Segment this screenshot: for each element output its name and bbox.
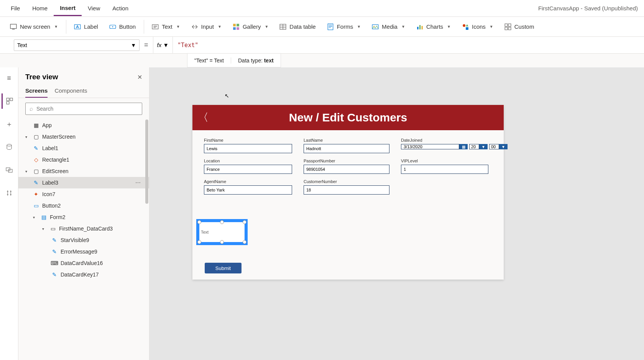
text-icon (152, 23, 159, 30)
resize-handle[interactable] (243, 240, 246, 244)
button-button[interactable]: Button (104, 20, 141, 34)
rail-advanced[interactable] (2, 185, 17, 201)
collapse-icon[interactable]: ▾ (25, 169, 30, 173)
menu-action[interactable]: Action (106, 1, 135, 15)
resize-handle[interactable] (197, 220, 201, 224)
tree-node-masterscreen[interactable]: ▾▢MasterScreen (18, 131, 149, 142)
app-icon: ▦ (33, 122, 39, 128)
tree-node-form2[interactable]: ▾▤Form2 (18, 211, 149, 223)
resize-handle[interactable] (220, 220, 224, 224)
firstname-field[interactable] (204, 144, 292, 153)
tree-node-firstname-datacard[interactable]: ▾▭FirstName_DataCard3 (18, 223, 149, 234)
chevron-down-icon: ▼ (447, 25, 451, 29)
calendar-icon[interactable]: ▦ (459, 144, 468, 149)
resize-handle[interactable] (220, 240, 224, 244)
close-icon[interactable]: ✕ (137, 74, 142, 81)
tree-node-datacardkey[interactable]: ✎DataCardKey17 (18, 269, 149, 280)
rail-data[interactable] (2, 139, 17, 155)
rail-tree-view[interactable] (2, 93, 17, 109)
agent-field[interactable] (204, 185, 292, 195)
scrollbar-thumb[interactable] (145, 119, 148, 204)
screen-icon (10, 23, 17, 30)
vip-field[interactable] (401, 165, 488, 174)
collapse-icon[interactable]: ▾ (42, 227, 47, 231)
selected-label-control[interactable]: Text (196, 219, 248, 245)
new-screen-button[interactable]: New screen▼ (5, 20, 64, 34)
collapse-icon[interactable]: ▾ (25, 135, 30, 139)
svg-rect-22 (508, 27, 511, 30)
chevron-down-icon: ▼ (490, 25, 493, 29)
charts-dropdown[interactable]: Charts▼ (411, 20, 457, 34)
svg-rect-6 (233, 24, 236, 26)
rectangle-icon: ◇ (33, 157, 39, 163)
lastname-field[interactable] (304, 144, 389, 153)
forms-dropdown[interactable]: Forms▼ (322, 20, 366, 34)
tree-node-label1[interactable]: ✎Label1 (18, 142, 149, 154)
tree-node-editscreen[interactable]: ▾▢EditScreen (18, 165, 149, 177)
tree-node-label3[interactable]: ✎Label3⋯ (18, 177, 149, 188)
datejoined-field[interactable] (401, 144, 459, 149)
equals-sign: = (140, 41, 153, 49)
svg-rect-20 (508, 24, 511, 26)
rail-insert[interactable]: ＋ (2, 116, 17, 132)
tree-search[interactable]: ⌕ (25, 103, 142, 115)
rail-media[interactable] (2, 162, 17, 178)
label-button[interactable]: Label (69, 20, 104, 34)
cursor-icon: ↖ (225, 93, 229, 99)
label-icon: ✎ (51, 249, 58, 255)
menu-file[interactable]: File (5, 1, 26, 15)
datejoined-label: DateJoined (401, 138, 488, 142)
label-icon: ✎ (33, 180, 39, 186)
tab-components[interactable]: Components (54, 84, 87, 98)
menu-view[interactable]: View (82, 1, 106, 15)
custnum-field[interactable] (304, 185, 389, 195)
chevron-down-icon: ▼ (163, 42, 169, 48)
tree-node-datacardvalue[interactable]: ⌨DataCardValue16 (18, 257, 149, 269)
back-icon[interactable]: 〈 (192, 110, 214, 125)
tab-screens[interactable]: Screens (25, 84, 48, 98)
property-selector[interactable]: Text ▼ (14, 39, 140, 51)
resize-handle[interactable] (197, 240, 201, 244)
tree-node-rectangle1[interactable]: ◇Rectangle1 (18, 154, 149, 165)
button-icon (109, 23, 116, 30)
icons-dropdown[interactable]: Icons▼ (457, 20, 499, 34)
selected-label-text: Text (201, 230, 209, 234)
chevron-down-icon[interactable]: ▼ (479, 144, 488, 149)
text-dropdown[interactable]: Text▼ (146, 20, 186, 34)
resize-handle[interactable] (243, 220, 246, 224)
submit-button[interactable]: Submit (205, 263, 242, 273)
svg-rect-19 (505, 24, 508, 26)
media-dropdown[interactable]: Media▼ (366, 20, 411, 34)
tree-node-button2[interactable]: ▭Button2 (18, 200, 149, 211)
location-field[interactable] (204, 165, 292, 174)
canvas-area[interactable]: ↖ 〈 New / Edit Customers FirstName LastN… (150, 67, 644, 360)
tree-node-app[interactable]: ▦App (18, 119, 149, 131)
chevron-down-icon: ▼ (357, 25, 361, 29)
charts-icon (416, 23, 423, 30)
menu-home[interactable]: Home (26, 1, 54, 15)
more-icon[interactable]: ⋯ (135, 180, 141, 186)
collapse-icon[interactable]: ▾ (33, 215, 38, 219)
menu-insert[interactable]: Insert (54, 1, 82, 16)
rail-hamburger[interactable]: ≡ (2, 70, 17, 86)
minute-field[interactable] (489, 144, 499, 149)
custom-dropdown[interactable]: Custom (499, 20, 540, 34)
formula-input[interactable]: "Text" (173, 42, 203, 49)
svg-point-4 (112, 26, 113, 27)
data-table-button[interactable]: Data table (274, 20, 321, 34)
fx-button[interactable]: fx▼ (153, 37, 173, 53)
editscreen-preview[interactable]: 〈 New / Edit Customers FirstName LastNam… (192, 105, 504, 280)
input-dropdown[interactable]: Input▼ (186, 20, 227, 34)
formula-hint: "Text" = Text Data type: text (187, 54, 281, 67)
tree-node-errormessage[interactable]: ✎ErrorMessage9 (18, 246, 149, 257)
tree-node-starvisible[interactable]: ✎StarVisible9 (18, 234, 149, 246)
tree-node-icon7[interactable]: ✦Icon7 (18, 188, 149, 200)
hour-field[interactable] (469, 144, 479, 149)
chevron-down-icon[interactable]: ▼ (499, 144, 508, 149)
tree-search-input[interactable] (36, 106, 138, 112)
passport-field[interactable] (304, 165, 389, 174)
gallery-dropdown[interactable]: Gallery▼ (227, 20, 274, 34)
svg-rect-8 (233, 27, 236, 30)
custnum-label: CustomerNumber (304, 179, 389, 184)
label-icon (74, 23, 81, 30)
